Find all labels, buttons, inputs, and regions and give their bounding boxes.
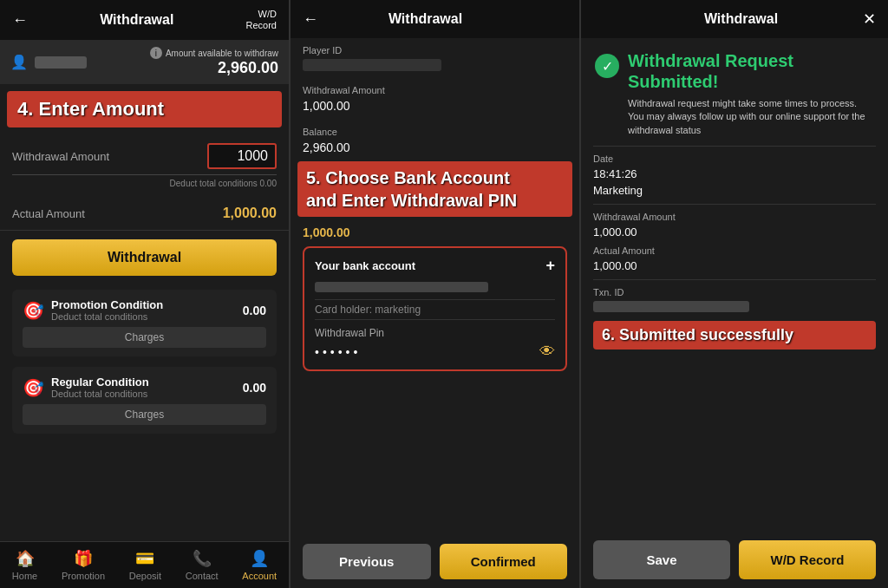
nav-contact-label: Contact [186, 571, 219, 581]
available-amount: 2,960.00 [150, 59, 278, 77]
success-banner: ✓ Withdrawal RequestSubmitted! Withdrawa… [581, 38, 888, 146]
nav-account[interactable]: 👤 Account [242, 549, 277, 581]
pin-row: •••••• 👁 [315, 343, 555, 361]
bank-card-section: Your bank account + Card holder: marketi… [303, 246, 567, 371]
success-title: Withdrawal RequestSubmitted! [628, 50, 874, 92]
nav-promotion[interactable]: 🎁 Promotion [62, 549, 105, 581]
card-holder-row: Card holder: marketing [315, 299, 555, 320]
step4-label: 4. Enter Amount [7, 91, 282, 127]
pin-dots: •••••• [315, 345, 361, 359]
p3-action-buttons: Save W/D Record [581, 532, 888, 588]
panel3-header: Withdrawal ✕ [581, 0, 888, 38]
txn-id-field: Txn. ID [581, 280, 888, 312]
player-id-value-blur [303, 59, 441, 71]
regular-condition-card: 🎯 Regular Condition Deduct total conditi… [12, 367, 277, 434]
player-id-label: Player ID [303, 45, 567, 56]
success-checkmark-icon: ✓ [595, 54, 619, 78]
actual-amount-value: 1,000.00 [223, 206, 277, 221]
regular-icon: 🎯 [23, 377, 44, 398]
p2-withdrawal-value: 1,000.00 [303, 99, 567, 113]
regular-charges-button[interactable]: Charges [23, 404, 266, 425]
regular-title: Regular Condition [51, 376, 236, 389]
nav-deposit[interactable]: 💳 Deposit [129, 549, 161, 581]
p3-actual-label: Actual Amount [593, 245, 876, 256]
promotion-sub: Deduct total conditions [51, 311, 236, 322]
txn-id-label: Txn. ID [593, 287, 876, 297]
available-label: i Amount available to withdraw [150, 47, 278, 59]
close-button[interactable]: ✕ [863, 10, 876, 29]
date-label: Date [593, 154, 876, 164]
date-value: 18:41:26 [593, 167, 876, 180]
panel-enter-amount: ← Withdrawal W/DRecord 👤 i Amount availa… [0, 0, 291, 588]
p3-withdrawal-value: 1,000.00 [593, 225, 876, 238]
balance-field: Balance 2,960.00 [291, 120, 579, 154]
success-description: Withdrawal request might take some times… [628, 97, 874, 137]
promotion-icon: 🎯 [23, 300, 44, 321]
regular-sub: Deduct total conditions [51, 389, 236, 399]
nav-deposit-label: Deposit [129, 571, 161, 581]
panel1-title: Withdrawal [28, 12, 246, 28]
marketing-label: Marketing [581, 180, 888, 197]
balance-value: 2,960.00 [303, 140, 567, 154]
pin-label: Withdrawal Pin [315, 327, 555, 339]
home-icon: 🏠 [16, 549, 35, 568]
p2-action-buttons: Previous Confirmed [291, 535, 579, 588]
panel-submitted: Withdrawal ✕ ✓ Withdrawal RequestSubmitt… [581, 0, 888, 588]
promotion-nav-icon: 🎁 [74, 549, 93, 568]
promotion-title: Promotion Condition [51, 298, 236, 311]
p3-withdrawal-label: Withdrawal Amount [593, 212, 876, 222]
promotion-value: 0.00 [243, 304, 266, 317]
step5-label: 5. Choose Bank Accountand Enter Withdraw… [297, 161, 572, 217]
bank-account-label: Your bank account [315, 259, 415, 272]
promotion-charges-button[interactable]: Charges [23, 327, 266, 348]
withdrawal-amount-label: Withdrawal Amount [12, 150, 207, 163]
actual-amount-row: Actual Amount 1,000.00 [0, 197, 289, 231]
bottom-nav: 🏠 Home 🎁 Promotion 💳 Deposit 📞 Contact 👤… [0, 541, 289, 588]
balance-label: Balance [303, 127, 567, 137]
panel1-wd-record-button[interactable]: W/DRecord [246, 9, 277, 31]
nav-home-label: Home [12, 571, 37, 581]
nav-home[interactable]: 🏠 Home [12, 549, 37, 581]
card-holder-text: Card holder: marketing [315, 304, 421, 316]
panel2-header: ← Withdrawal [291, 0, 579, 38]
withdrawal-amount-section: Withdrawal Amount Deduct total condition… [0, 134, 289, 197]
p3-actual-field: Actual Amount 1,000.00 [581, 238, 888, 272]
previous-button[interactable]: Previous [303, 544, 431, 579]
user-icon: 👤 [10, 54, 28, 70]
eye-icon[interactable]: 👁 [539, 343, 555, 361]
contact-icon: 📞 [193, 549, 212, 568]
panel3-title: Withdrawal [619, 11, 863, 27]
txn-id-blur [593, 301, 749, 312]
deduct-text: Deduct total conditions 0.00 [12, 179, 277, 188]
user-bar: 👤 i Amount available to withdraw 2,960.0… [0, 40, 289, 84]
panel1-header: ← Withdrawal W/DRecord [0, 0, 289, 40]
p3-withdrawal-field: Withdrawal Amount 1,000.00 [581, 205, 888, 238]
p2-withdrawal-amount-field: Withdrawal Amount 1,000.00 [291, 78, 579, 113]
nav-promotion-label: Promotion [62, 571, 105, 581]
account-icon: 👤 [250, 549, 269, 568]
wd-record-button[interactable]: W/D Record [739, 540, 876, 579]
withdrawal-button[interactable]: Withdrawal [12, 239, 277, 276]
player-id-field: Player ID [291, 38, 579, 71]
panel1-back-button[interactable]: ← [12, 11, 28, 29]
deposit-icon: 💳 [135, 549, 154, 568]
user-name-blur [35, 56, 87, 69]
promotion-condition-card: 🎯 Promotion Condition Deduct total condi… [12, 290, 277, 356]
p2-withdrawal-label: Withdrawal Amount [303, 85, 567, 95]
confirmed-button[interactable]: Confirmed [440, 544, 568, 579]
panel-choose-bank: ← Withdrawal Player ID Withdrawal Amount… [291, 0, 581, 588]
panel2-back-button[interactable]: ← [303, 10, 318, 29]
p2-highlight-amount: 1,000.00 [291, 224, 579, 241]
regular-value: 0.00 [243, 381, 266, 395]
p3-actual-value: 1,000.00 [593, 259, 876, 272]
info-icon: i [150, 47, 162, 59]
withdrawal-amount-input[interactable] [207, 143, 277, 169]
panel2-title: Withdrawal [318, 11, 532, 27]
step6-label: 6. Submitted successfully [593, 321, 876, 350]
actual-amount-label: Actual Amount [12, 207, 85, 220]
nav-account-label: Account [242, 571, 277, 581]
bank-add-button[interactable]: + [545, 257, 555, 275]
nav-contact[interactable]: 📞 Contact [186, 549, 219, 581]
save-button[interactable]: Save [593, 540, 730, 579]
bank-info-blur [315, 282, 488, 292]
